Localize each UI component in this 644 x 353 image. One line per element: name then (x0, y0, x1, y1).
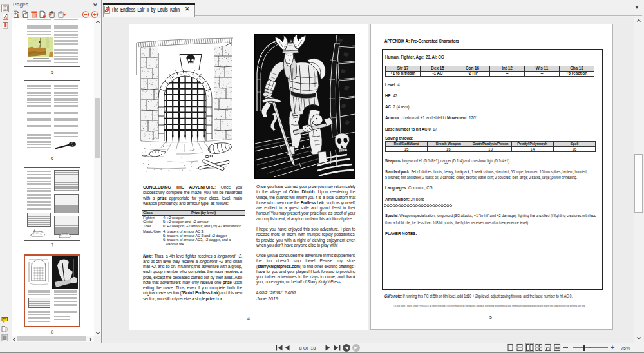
svg-text:8 OF 18: 8 OF 18 (299, 346, 316, 350)
